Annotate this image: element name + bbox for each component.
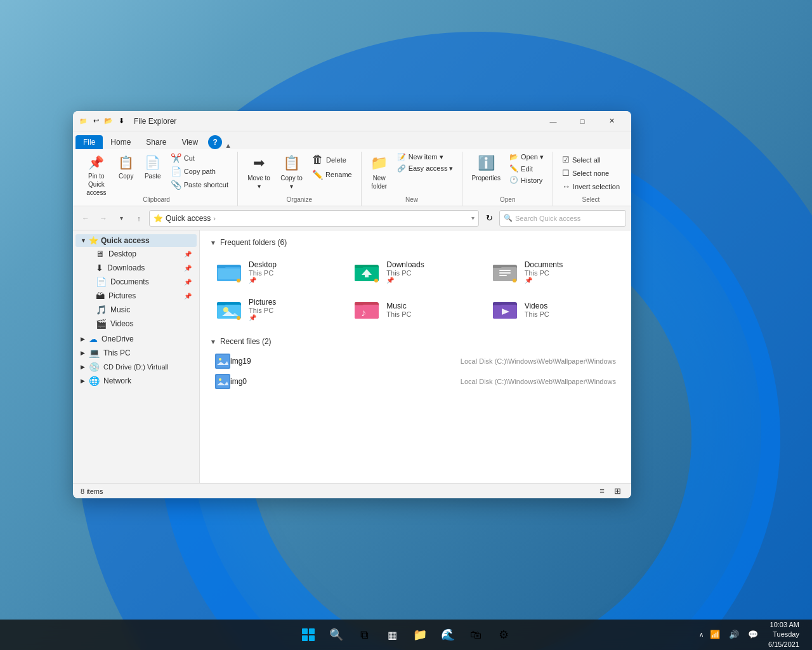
tab-view[interactable]: View <box>174 135 206 149</box>
chevron-up-icon[interactable]: ∧ <box>699 631 704 638</box>
open-button[interactable]: 📂 Open ▾ <box>506 152 547 162</box>
sidebar-quick-access-header[interactable]: ▼ ⭐ Quick access <box>75 234 197 247</box>
folder-item-documents[interactable]: Documents This PC 📌 <box>486 255 621 289</box>
notification-icon[interactable]: 💬 <box>745 627 761 642</box>
delete-button[interactable]: 🗑 Delete <box>308 152 356 168</box>
cd-drive-icon: 💿 <box>89 362 100 372</box>
svg-rect-9 <box>365 275 369 277</box>
history-button[interactable]: 🕐 History <box>506 175 547 185</box>
refresh-button[interactable]: ↻ <box>481 211 497 226</box>
open-icon: 📂 <box>509 153 518 161</box>
edge-button[interactable]: 🌊 <box>435 622 461 647</box>
svg-rect-14 <box>499 270 511 271</box>
easy-access-icon: 🔗 <box>397 164 406 173</box>
file-item-img0[interactable]: img0 Local Disk (C:)\Windows\Web\Wallpap… <box>210 371 621 392</box>
maximize-button[interactable]: □ <box>568 111 597 131</box>
sidebar-item-network[interactable]: ▶ 🌐 Network <box>75 374 197 388</box>
new-item-button[interactable]: 📝 New item ▾ <box>393 152 457 162</box>
help-button[interactable]: ? <box>208 135 222 149</box>
folder-icon[interactable]: 📂 <box>103 116 114 126</box>
clock[interactable]: 10:03 AM Tuesday6/15/2021 <box>763 620 804 649</box>
copy-path-button[interactable]: 📄 Copy path <box>167 165 232 178</box>
rename-button[interactable]: ✏️ Rename <box>308 168 356 181</box>
ribbon-group-select: ☑ Select all ☐ Select none ↔ Invert sele… <box>553 152 629 206</box>
details-view-button[interactable]: ≡ <box>596 485 608 498</box>
sidebar-item-cd-drive[interactable]: ▶ 💿 CD Drive (D:) Virtuall <box>75 360 197 374</box>
svg-rect-44 <box>309 635 315 641</box>
network-icon: 🌐 <box>89 376 100 386</box>
svg-point-17 <box>513 279 516 282</box>
properties-button[interactable]: ℹ️ Properties <box>468 152 504 185</box>
edit-icon: ✏️ <box>509 164 518 173</box>
ribbon-collapse-button[interactable]: ▲ <box>225 142 232 149</box>
sidebar-item-desktop[interactable]: 🖥 Desktop 📌 <box>91 247 197 261</box>
select-all-button[interactable]: ☑ Select all <box>558 154 624 166</box>
edit-button[interactable]: ✏️ Edit <box>506 163 547 174</box>
pin-icon-4: 📌 <box>184 293 192 300</box>
network-tray-icon[interactable]: 📶 <box>707 627 723 642</box>
search-box[interactable]: 🔍 Search Quick access <box>499 210 626 227</box>
move-to-button[interactable]: ➡ Move to ▾ <box>243 152 275 193</box>
sidebar-item-music[interactable]: 🎵 Music <box>91 303 197 317</box>
desktop-folder-pin: 📌 <box>249 277 277 284</box>
sidebar-item-downloads[interactable]: ⬇ Downloads 📌 <box>91 261 197 275</box>
file-item-img19[interactable]: img19 Local Disk (C:)\Windows\Web\Wallpa… <box>210 351 621 371</box>
store-button[interactable]: 🛍 <box>463 622 488 647</box>
file-explorer-taskbar-button[interactable]: 📁 <box>407 622 433 647</box>
start-button[interactable] <box>296 622 321 647</box>
new-folder-button[interactable]: 📁 Newfolder <box>367 152 392 193</box>
minimize-button[interactable]: — <box>539 111 568 131</box>
folder-item-videos[interactable]: Videos This PC <box>486 292 621 327</box>
copy-button[interactable]: 📋 Copy <box>114 152 139 183</box>
volume-icon[interactable]: 🔊 <box>726 627 742 642</box>
status-bar: 8 items ≡ ⊞ <box>73 483 631 498</box>
sidebar-item-documents[interactable]: 📄 Documents 📌 <box>91 275 197 289</box>
frequent-folders-header[interactable]: ▼ Frequent folders (6) <box>210 238 621 247</box>
cut-button[interactable]: ✂️ Cut <box>167 152 232 164</box>
folder-item-downloads[interactable]: Downloads This PC 📌 <box>348 255 483 289</box>
tab-share[interactable]: Share <box>138 135 174 149</box>
folder-item-desktop[interactable]: Desktop This PC 📌 <box>210 255 345 289</box>
folder-item-pictures[interactable]: Pictures This PC 📌 <box>210 292 345 327</box>
back-arrow-icon[interactable]: ↩ <box>91 116 101 126</box>
back-button[interactable]: ← <box>78 211 93 226</box>
windows-logo <box>302 628 315 641</box>
invert-selection-button[interactable]: ↔ Invert selection <box>558 180 624 192</box>
downloads-folder-path: This PC <box>386 269 424 277</box>
tab-file[interactable]: File <box>75 135 103 149</box>
sidebar-item-pictures[interactable]: 🏔 Pictures 📌 <box>91 289 197 303</box>
settings-taskbar-button[interactable]: ⚙ <box>491 622 516 647</box>
copy-to-icon: 📋 <box>283 154 300 173</box>
address-dropdown[interactable]: ▾ <box>471 215 475 222</box>
pin-icon-2: 📌 <box>184 265 192 272</box>
move-icon: ➡ <box>253 154 265 173</box>
recent-files-header[interactable]: ▼ Recent files (2) <box>210 337 621 346</box>
paste-shortcut-button[interactable]: 📎 Paste shortcut <box>167 178 232 191</box>
down-arrow-icon[interactable]: ⬇ <box>116 116 126 126</box>
folder-item-music[interactable]: ♪ Music This PC <box>348 292 483 327</box>
task-view-button[interactable]: ⧉ <box>351 622 377 647</box>
pin-quick-access-button[interactable]: 📌 Pin to Quick access <box>81 152 112 199</box>
close-button[interactable]: ✕ <box>597 111 626 131</box>
sidebar-item-videos[interactable]: 🎬 Videos <box>91 317 197 331</box>
main-area: ▼ ⭐ Quick access 🖥 Desktop 📌 ⬇ Downloads… <box>73 230 631 483</box>
large-icons-view-button[interactable]: ⊞ <box>611 485 624 498</box>
view-controls: ≡ ⊞ <box>596 485 624 498</box>
copy-to-button[interactable]: 📋 Copy to ▾ <box>276 152 307 193</box>
search-taskbar-button[interactable]: 🔍 <box>324 622 349 647</box>
ribbon: 📌 Pin to Quick access 📋 Copy 📄 Paste ✂️ <box>73 149 631 206</box>
forward-button[interactable]: → <box>96 211 111 226</box>
search-icon: 🔍 <box>504 214 513 222</box>
select-none-button[interactable]: ☐ Select none <box>558 167 624 179</box>
onedrive-icon: ☁ <box>89 334 98 344</box>
img0-icon <box>215 374 230 389</box>
sidebar-item-this-pc[interactable]: ▶ 💻 This PC <box>75 346 197 360</box>
documents-folder-path: This PC <box>525 269 563 277</box>
sidebar-item-onedrive[interactable]: ▶ ☁ OneDrive <box>75 332 197 346</box>
widgets-button[interactable]: ▦ <box>379 622 405 647</box>
paste-button[interactable]: 📄 Paste <box>140 152 166 183</box>
tab-home[interactable]: Home <box>103 135 138 149</box>
open-label: Open <box>462 195 553 204</box>
quick-access-star-icon: ⭐ <box>89 236 98 245</box>
easy-access-button[interactable]: 🔗 Easy access ▾ <box>393 163 457 174</box>
